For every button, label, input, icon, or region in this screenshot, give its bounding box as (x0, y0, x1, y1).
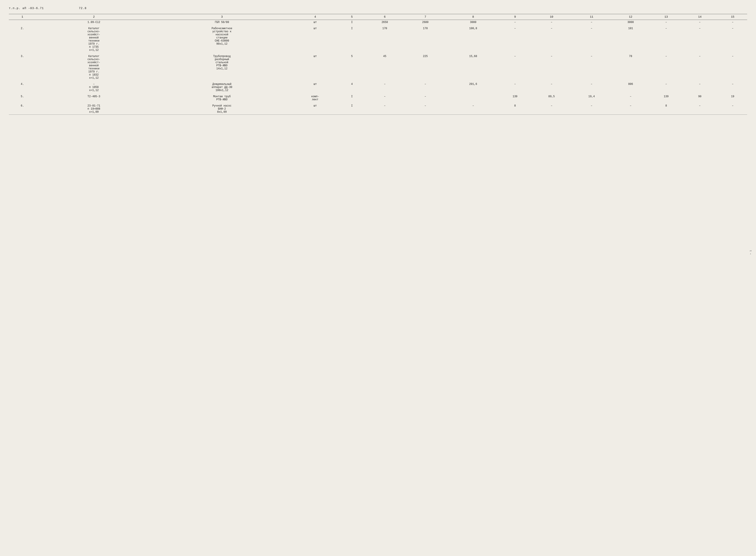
cell-2-6: 225 (404, 53, 447, 80)
page-header: т.п.р. аП -03-6.71 72.8 (9, 7, 747, 10)
cell-2-10: – (573, 53, 610, 80)
cell-5-6: – (404, 102, 447, 115)
cell-3-12: – (651, 80, 681, 93)
cell-5-5: – (366, 102, 404, 115)
col-header-3: 3 (152, 14, 292, 20)
col-header-4: 4 (292, 14, 338, 20)
cell-1-1: Каталогсельско-хозяйст-веннойтехники1979… (36, 25, 152, 53)
cell-0-9: – (530, 20, 573, 25)
table-row: 5.Т2-405-3Монтаж трубРТВ-ИВОкомп-лектI––… (9, 93, 747, 102)
cell-3-1: –п 1858x=1,12 (36, 80, 152, 93)
cell-2-1: Каталогсельско-хозяйст-веннойтехники1979… (36, 53, 152, 80)
cell-3-5: – (366, 80, 404, 93)
cell-5-1: 23-01-71п 19=008x=1,09 (36, 102, 152, 115)
col-header-2: 2 (36, 14, 152, 20)
cell-5-14: – (718, 102, 747, 115)
cell-0-0 (9, 20, 36, 25)
cell-0-3: шт (292, 20, 338, 25)
table-row: 3.Каталогсельско-хозяйст-веннойтехники19… (9, 53, 747, 80)
cell-2-12: – (651, 53, 681, 80)
cell-5-13: – (681, 102, 718, 115)
cell-2-2: ТрубопроводразборныйстальнойРТВ-ИВО14x1,… (152, 53, 292, 80)
col-header-7: 7 (404, 14, 447, 20)
cell-1-12: – (651, 25, 681, 53)
cell-3-11: 806 (610, 80, 651, 93)
col-header-12: 12 (610, 14, 651, 20)
table-row: 6.23-01-71п 19=008x=1,09Ручной насосБКФ-… (9, 102, 747, 115)
cell-1-4: I (338, 25, 366, 53)
cell-0-12: – (651, 20, 681, 25)
cell-3-9: – (530, 80, 573, 93)
cell-3-14: – (718, 80, 747, 93)
col-header-6: 6 (366, 14, 404, 20)
cell-0-13: – (681, 20, 718, 25)
cell-2-7: 15,68 (447, 53, 500, 80)
cell-5-7: – (447, 102, 500, 115)
cell-4-14: 19 (718, 93, 747, 102)
cell-4-2: Монтаж трубРТВ-ИВО (152, 93, 292, 102)
cell-2-5: 45 (366, 53, 404, 80)
cell-4-9: 89,5 (530, 93, 573, 102)
cell-0-2: ГБП 50/80 (152, 20, 292, 25)
cell-0-1: 1.09-Cl2 (36, 20, 152, 25)
cell-1-8: – (500, 25, 530, 53)
col-header-13: 13 (651, 14, 681, 20)
cell-4-11: – (610, 93, 651, 102)
cell-3-10: – (573, 80, 610, 93)
cell-4-1: Т2-405-3 (36, 93, 152, 102)
table-row: 4.–п 1858x=1,12Дождевальныйаппарат ДД-30… (9, 80, 747, 93)
cell-1-5: 170 (366, 25, 404, 53)
col-header-9: 9 (500, 14, 530, 20)
cell-5-9: – (530, 102, 573, 115)
cell-3-6: – (404, 80, 447, 93)
cell-4-13: 90 (681, 93, 718, 102)
cell-0-11: 3000 (610, 20, 651, 25)
col-header-10: 10 (530, 14, 573, 20)
cell-2-14: – (718, 53, 747, 80)
cell-2-4: 5 (338, 53, 366, 80)
table-row: 2.Каталогсельско-хозяйст-веннойтехники19… (9, 25, 747, 53)
col-header-11: 11 (573, 14, 610, 20)
cell-5-8: 8 (500, 102, 530, 115)
cell-5-10: – (573, 102, 610, 115)
cell-1-11: 101 (610, 25, 651, 53)
cell-1-2: Рабочезметноеустройство кнасоснойстанции… (152, 25, 292, 53)
cell-0-5: 2650 (366, 20, 404, 25)
column-headers: 1 2 3 4 5 6 7 8 9 10 11 12 13 14 15 (9, 14, 747, 20)
cell-5-0: 6. (9, 102, 36, 115)
cell-0-7: 3000 (447, 20, 500, 25)
cell-0-8: – (500, 20, 530, 25)
col-header-5: 5 (338, 14, 366, 20)
cell-5-12: 8 (651, 102, 681, 115)
main-table: 1 2 3 4 5 6 7 8 9 10 11 12 13 14 15 1.09… (9, 14, 747, 115)
cell-0-14: – (718, 20, 747, 25)
cell-5-11: – (610, 102, 651, 115)
cell-2-9: – (530, 53, 573, 80)
cell-4-0: 5. (9, 93, 36, 102)
cell-5-4: I (338, 102, 366, 115)
cell-2-11: 78 (610, 53, 651, 80)
cell-0-6: 2680 (404, 20, 447, 25)
cell-3-0: 4. (9, 80, 36, 93)
table-row: 1.09-Cl2ГБП 50/80штI265026803000–––3000–… (9, 20, 747, 25)
cell-3-8: – (500, 80, 530, 93)
cell-3-4: 4 (338, 80, 366, 93)
col-header-8: 8 (447, 14, 500, 20)
cell-0-10: – (573, 20, 610, 25)
cell-1-13: – (681, 25, 718, 53)
cell-4-8: 139 (500, 93, 530, 102)
cell-0-4: I (338, 20, 366, 25)
cell-2-3: шт (292, 53, 338, 80)
cell-3-7: 201,6 (447, 80, 500, 93)
cell-2-8: – (500, 53, 530, 80)
cell-4-7 (447, 93, 500, 102)
col-header-14: 14 (681, 14, 718, 20)
cell-1-10: – (573, 25, 610, 53)
cell-4-10: 19,4 (573, 93, 610, 102)
cell-5-3: шт (292, 102, 338, 115)
cell-1-7: 100,8 (447, 25, 500, 53)
cell-1-0: 2. (9, 25, 36, 53)
cell-4-5: – (366, 93, 404, 102)
cell-4-4: I (338, 93, 366, 102)
cell-3-2: Дождевальныйаппарат ДД-30180x1,12 (152, 80, 292, 93)
